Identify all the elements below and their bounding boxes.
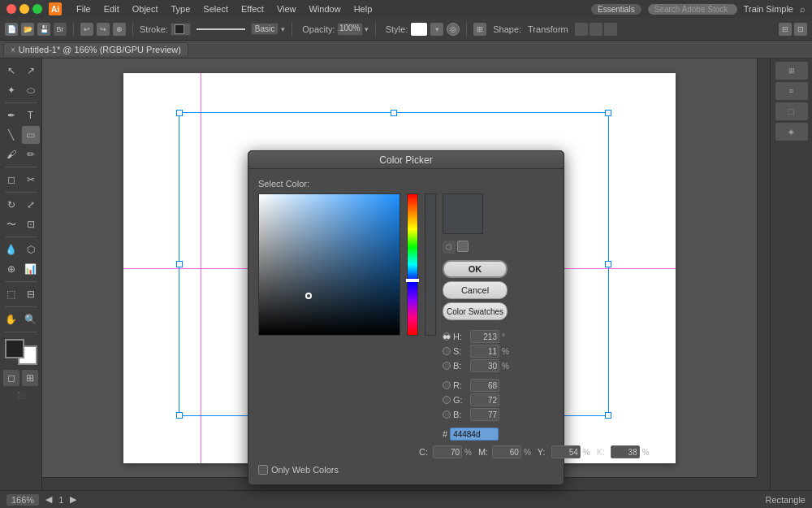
foreground-color[interactable] bbox=[5, 339, 24, 358]
style-chevron[interactable]: ▾ bbox=[430, 23, 443, 36]
artboard-nav-fwd[interactable]: ▶ bbox=[70, 494, 76, 505]
cancel-button[interactable]: Cancel bbox=[443, 281, 508, 299]
layers-panel[interactable]: ⬚ bbox=[775, 102, 808, 120]
ok-button[interactable]: OK bbox=[443, 260, 508, 278]
g-radio[interactable] bbox=[443, 396, 451, 404]
g-input[interactable] bbox=[470, 393, 499, 406]
open-icon[interactable]: 📂 bbox=[21, 23, 34, 36]
alpha-strip[interactable] bbox=[425, 193, 436, 336]
essentials-button[interactable]: Essentials bbox=[591, 4, 641, 15]
align-icon-1[interactable]: ⊞ bbox=[473, 23, 486, 36]
paintbrush-tool[interactable]: 🖌 bbox=[2, 145, 20, 163]
free-transform-tool[interactable]: ⊡ bbox=[22, 215, 40, 233]
handle-bl[interactable] bbox=[176, 412, 183, 419]
saturation-brightness-picker[interactable] bbox=[258, 193, 400, 336]
style-preview[interactable] bbox=[411, 23, 427, 36]
only-web-checkbox[interactable] bbox=[258, 465, 268, 475]
lasso-tool[interactable]: ⬭ bbox=[22, 81, 40, 99]
hex-input[interactable] bbox=[450, 428, 499, 441]
menu-effect[interactable]: Effect bbox=[235, 2, 270, 15]
color-swatches-button[interactable]: Color Swatches bbox=[443, 302, 508, 320]
menu-edit[interactable]: Edit bbox=[97, 2, 126, 15]
artboard-nav-back[interactable]: ◀ bbox=[45, 494, 52, 505]
menu-object[interactable]: Object bbox=[126, 2, 165, 15]
m-input[interactable] bbox=[492, 445, 521, 458]
new-doc-icon[interactable]: 📄 bbox=[5, 23, 18, 36]
column-graph-tool[interactable]: 📊 bbox=[22, 260, 40, 278]
selection-tool[interactable]: ↖ bbox=[2, 62, 20, 80]
opacity-input[interactable]: 100% bbox=[337, 23, 363, 36]
blend-tool[interactable]: ⬡ bbox=[22, 241, 40, 258]
close-button[interactable] bbox=[6, 4, 16, 14]
align-icon-2[interactable] bbox=[575, 23, 588, 36]
handle-ml[interactable] bbox=[176, 261, 183, 267]
search-adobe-stock[interactable]: Search Adobe Stock bbox=[648, 4, 737, 15]
artboard-tool[interactable]: ⬚ bbox=[2, 285, 20, 303]
zoom-level[interactable]: 166% bbox=[6, 494, 39, 506]
handle-br[interactable] bbox=[605, 412, 611, 419]
scroll-right[interactable] bbox=[757, 59, 770, 477]
magic-wand-tool[interactable]: ✦ bbox=[2, 81, 20, 99]
slice-tool[interactable]: ⊟ bbox=[22, 285, 40, 303]
rotate-tool[interactable]: ↻ bbox=[2, 196, 20, 214]
b-radio[interactable] bbox=[443, 362, 451, 370]
stroke-dropdown[interactable] bbox=[171, 23, 191, 36]
menu-file[interactable]: File bbox=[70, 2, 97, 15]
redo-icon[interactable]: ↪ bbox=[97, 23, 110, 36]
y-input[interactable] bbox=[551, 445, 581, 458]
menu-help[interactable]: Help bbox=[348, 2, 379, 15]
libraries-panel[interactable]: ⊞ bbox=[775, 62, 808, 80]
undo-icon[interactable]: ↩ bbox=[80, 23, 93, 36]
assets-panel[interactable]: ◈ bbox=[775, 123, 808, 141]
b-rgb-radio[interactable] bbox=[443, 410, 451, 419]
rectangle-tool[interactable]: ▭ bbox=[22, 126, 40, 144]
h-radio[interactable] bbox=[443, 332, 451, 341]
s-radio[interactable] bbox=[443, 347, 451, 355]
pencil-tool[interactable]: ✏ bbox=[22, 145, 40, 163]
opacity-chevron[interactable]: ▾ bbox=[365, 25, 369, 33]
r-input[interactable] bbox=[470, 379, 499, 392]
bridge-icon[interactable]: Br bbox=[54, 23, 67, 36]
stroke-chevron[interactable]: ▾ bbox=[281, 25, 285, 33]
menu-view[interactable]: View bbox=[270, 2, 303, 15]
b-input[interactable] bbox=[470, 359, 499, 372]
k-input[interactable] bbox=[611, 445, 640, 458]
hue-strip[interactable] bbox=[407, 193, 418, 336]
h-input[interactable] bbox=[470, 330, 499, 343]
tab-close[interactable]: × bbox=[11, 46, 15, 54]
r-radio[interactable] bbox=[443, 381, 451, 389]
style-circle[interactable]: ◎ bbox=[447, 23, 460, 36]
pen-tool[interactable]: ✒ bbox=[2, 106, 20, 124]
c-input[interactable] bbox=[433, 445, 462, 458]
minimize-button[interactable] bbox=[19, 4, 29, 14]
align-icon-4[interactable] bbox=[604, 23, 617, 36]
maximize-button[interactable] bbox=[32, 4, 42, 14]
properties-panel[interactable]: ≡ bbox=[775, 82, 808, 100]
b-rgb-input[interactable] bbox=[470, 408, 499, 421]
color-picker-dialog[interactable]: Color Picker Select Color: bbox=[248, 150, 564, 485]
eyedropper-tool[interactable]: 💧 bbox=[2, 241, 20, 258]
scale-tool[interactable]: ⤢ bbox=[22, 196, 40, 214]
arrange-icon[interactable]: ⊡ bbox=[794, 23, 807, 36]
handle-tl[interactable] bbox=[176, 110, 183, 116]
document-tab[interactable]: × Untitled-1* @ 166% (RGB/GPU Preview) bbox=[3, 42, 188, 56]
direct-select-tool[interactable]: ↗ bbox=[22, 62, 40, 80]
color-mode-full[interactable]: ⊞ bbox=[22, 370, 38, 386]
web-safe-icon[interactable]: ⬡ bbox=[443, 241, 456, 254]
search-icon[interactable]: ⌕ bbox=[800, 4, 806, 14]
line-tool[interactable]: ╲ bbox=[2, 126, 20, 144]
eraser-tool[interactable]: ◻ bbox=[2, 171, 20, 189]
scissors-tool[interactable]: ✂ bbox=[22, 171, 40, 189]
align-icon-3[interactable] bbox=[590, 23, 603, 36]
hand-tool[interactable]: ✋ bbox=[2, 310, 20, 328]
handle-tr[interactable] bbox=[605, 110, 611, 116]
menu-window[interactable]: Window bbox=[303, 2, 348, 15]
s-input[interactable] bbox=[470, 345, 499, 358]
menu-type[interactable]: Type bbox=[165, 2, 197, 15]
puppet-icon[interactable]: ⊕ bbox=[113, 23, 126, 36]
menu-select[interactable]: Select bbox=[197, 2, 235, 15]
warp-tool[interactable]: 〜 bbox=[2, 215, 20, 233]
color-mode-normal[interactable]: ◻ bbox=[3, 370, 19, 386]
panels-toggle[interactable]: ⊟ bbox=[779, 23, 792, 36]
handle-tc[interactable] bbox=[391, 110, 397, 116]
